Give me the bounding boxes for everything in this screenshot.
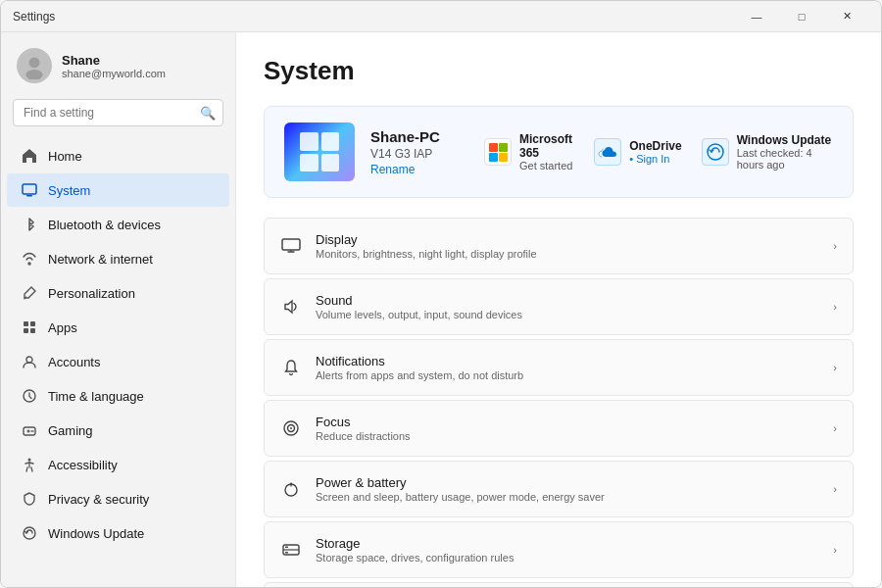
sidebar-item-accounts[interactable]: Accounts [7,345,229,378]
svg-rect-26 [285,547,288,549]
focus-text: Focus Reduce distractions [316,415,819,442]
svg-rect-14 [499,143,508,152]
settings-item-notifications[interactable]: Notifications Alerts from apps and syste… [264,339,854,396]
svg-point-1 [25,70,42,79]
user-name: Shane [62,53,166,68]
svg-point-21 [290,427,292,429]
sidebar-item-system[interactable]: System [7,173,229,207]
quick-link-m365[interactable]: Microsoft 365 Get started [484,132,574,172]
sidebar-item-update-label: Windows Update [48,526,144,541]
maximize-button[interactable]: □ [779,1,824,32]
sidebar-item-apps[interactable]: Apps [7,311,229,344]
minimize-button[interactable]: — [734,1,779,32]
close-button[interactable]: ✕ [824,1,869,32]
svg-rect-2 [23,184,36,194]
svg-rect-6 [24,328,28,333]
accessibility-icon [21,456,38,473]
avatar [17,48,52,83]
svg-point-8 [26,357,32,363]
content-area: System Shane-PC V14 G3 IAP Rename [236,32,881,587]
time-icon [21,387,38,405]
onedrive-icon [594,138,621,166]
sidebar-item-time[interactable]: Time & language [7,379,229,413]
search-icon: 🔍 [200,106,216,121]
windows-logo [300,132,339,172]
svg-point-11 [28,459,31,462]
window-title: Settings [13,10,734,24]
sound-chevron: › [833,301,837,313]
search-box: 🔍 [13,99,223,126]
settings-item-focus[interactable]: Focus Reduce distractions › [264,400,854,457]
onedrive-sub: • Sign In [629,153,681,165]
main-layout: Shane shane@myworld.com 🔍 Ho [1,32,881,587]
apps-icon [21,318,38,336]
sound-desc: Volume levels, output, input, sound devi… [316,309,819,320]
display-icon [280,235,302,257]
sidebar-item-time-label: Time & language [48,389,144,404]
m365-text: Microsoft 365 Get started [519,132,574,172]
titlebar: Settings — □ ✕ [1,1,881,32]
svg-point-12 [24,527,35,539]
sidebar-item-gaming[interactable]: Gaming [7,414,229,447]
user-profile[interactable]: Shane shane@myworld.com [1,32,235,95]
svg-point-17 [708,144,723,160]
svg-rect-5 [30,321,35,326]
user-info: Shane shane@myworld.com [62,53,166,79]
sidebar-item-personalization[interactable]: Personalization [7,276,229,310]
sound-title: Sound [316,293,819,308]
m365-icon [484,138,512,166]
sidebar-item-accessibility[interactable]: Accessibility [7,448,229,481]
notifications-chevron: › [833,362,837,373]
svg-point-0 [29,57,40,68]
sidebar-item-bluetooth[interactable]: Bluetooth & devices [7,208,229,241]
power-desc: Screen and sleep, battery usage, power m… [316,491,819,503]
sidebar-item-personalization-label: Personalization [48,286,135,301]
onedrive-text: OneDrive • Sign In [629,139,681,165]
pc-info: Shane-PC V14 G3 IAP Rename [370,128,468,176]
sidebar: Shane shane@myworld.com 🔍 Ho [1,32,236,587]
sidebar-item-home[interactable]: Home [7,139,229,172]
svg-rect-4 [24,321,28,326]
pc-thumbnail [284,122,355,181]
rename-link[interactable]: Rename [370,163,468,176]
settings-item-power[interactable]: Power & battery Screen and sleep, batter… [264,461,854,517]
power-title: Power & battery [316,475,819,490]
gaming-icon [21,421,38,439]
sidebar-item-system-label: System [48,183,90,198]
settings-item-nearby[interactable]: Nearby sharing Discoverability, received… [264,582,854,587]
system-icon [21,181,38,199]
sidebar-item-apps-label: Apps [48,320,77,335]
quick-link-onedrive[interactable]: OneDrive • Sign In [594,138,681,166]
focus-desc: Reduce distractions [316,430,819,442]
sidebar-item-gaming-label: Gaming [48,423,93,438]
sound-icon [280,296,302,318]
winupdate-title: Windows Update [737,133,833,147]
settings-item-sound[interactable]: Sound Volume levels, output, input, soun… [264,278,854,335]
search-input[interactable] [13,99,223,126]
pc-name: Shane-PC [370,128,468,145]
svg-rect-7 [30,328,35,333]
quick-link-winupdate[interactable]: Windows Update Last checked: 4 hours ago [702,133,833,171]
sidebar-item-privacy[interactable]: Privacy & security [7,482,229,515]
winupdate-icon [702,138,729,166]
storage-icon [280,539,302,561]
power-text: Power & battery Screen and sleep, batter… [316,475,819,503]
display-text: Display Monitors, brightness, night ligh… [316,232,819,260]
sidebar-item-home-label: Home [48,149,82,164]
system-card: Shane-PC V14 G3 IAP Rename [264,106,854,198]
sound-text: Sound Volume levels, output, input, soun… [316,293,819,320]
settings-item-display[interactable]: Display Monitors, brightness, night ligh… [264,218,854,274]
privacy-icon [21,490,38,508]
sidebar-item-network[interactable]: Network & internet [7,242,229,275]
focus-title: Focus [316,415,819,429]
svg-rect-16 [499,153,508,162]
page-title: System [264,56,854,86]
display-chevron: › [833,240,837,252]
storage-title: Storage [316,536,819,551]
onedrive-title: OneDrive [629,139,681,153]
winupdate-text: Windows Update Last checked: 4 hours ago [737,133,833,171]
settings-item-storage[interactable]: Storage Storage space, drives, configura… [264,521,854,578]
winupdate-sub: Last checked: 4 hours ago [737,147,833,171]
sidebar-item-update[interactable]: Windows Update [7,516,229,550]
sidebar-item-bluetooth-label: Bluetooth & devices [48,218,161,232]
